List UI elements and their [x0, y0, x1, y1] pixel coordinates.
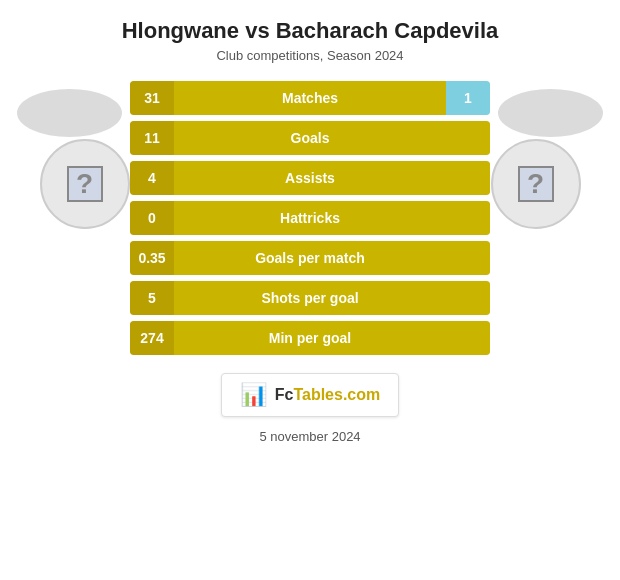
stat-right-value — [446, 121, 490, 155]
stat-left-value: 11 — [130, 121, 174, 155]
left-avatar-placeholder: ? — [67, 166, 103, 202]
logo-icon: 📊 — [240, 382, 267, 408]
stat-row: 4Assists — [130, 161, 490, 195]
stat-right-value: 1 — [446, 81, 490, 115]
stat-row: 5Shots per goal — [130, 281, 490, 315]
stat-label: Assists — [174, 161, 446, 195]
page-title: Hlongwane vs Bacharach Capdevila — [122, 18, 499, 44]
left-player-avatar: ? — [40, 139, 130, 229]
stat-label: Min per goal — [174, 321, 446, 355]
stat-left-value: 31 — [130, 81, 174, 115]
stat-row: 0.35Goals per match — [130, 241, 490, 275]
logo-box: 📊 FcTables.com — [221, 373, 400, 417]
page: Hlongwane vs Bacharach Capdevila Club co… — [0, 0, 620, 580]
stat-row: 31Matches1 — [130, 81, 490, 115]
page-subtitle: Club competitions, Season 2024 — [216, 48, 403, 63]
stat-right-value — [446, 241, 490, 275]
right-player-avatar: ? — [491, 139, 581, 229]
right-avatar-placeholder: ? — [518, 166, 554, 202]
footer-date: 5 november 2024 — [259, 429, 360, 444]
stat-row: 274Min per goal — [130, 321, 490, 355]
comparison-area: ? 31Matches111Goals4Assists0Hattricks0.3… — [0, 81, 620, 355]
stat-right-value — [446, 321, 490, 355]
stat-left-value: 274 — [130, 321, 174, 355]
stat-right-value — [446, 281, 490, 315]
stat-left-value: 0 — [130, 201, 174, 235]
stats-column: 31Matches111Goals4Assists0Hattricks0.35G… — [130, 81, 490, 355]
stat-left-value: 5 — [130, 281, 174, 315]
stat-label: Hattricks — [174, 201, 446, 235]
stat-row: 11Goals — [130, 121, 490, 155]
logo-area: 📊 FcTables.com — [221, 373, 400, 417]
stat-label: Shots per goal — [174, 281, 446, 315]
stat-label: Goals per match — [174, 241, 446, 275]
stat-label: Goals — [174, 121, 446, 155]
stat-row: 0Hattricks — [130, 201, 490, 235]
stat-left-value: 4 — [130, 161, 174, 195]
logo-text: FcTables.com — [275, 386, 381, 404]
stat-right-value — [446, 201, 490, 235]
stat-right-value — [446, 161, 490, 195]
stat-label: Matches — [174, 81, 446, 115]
stat-left-value: 0.35 — [130, 241, 174, 275]
